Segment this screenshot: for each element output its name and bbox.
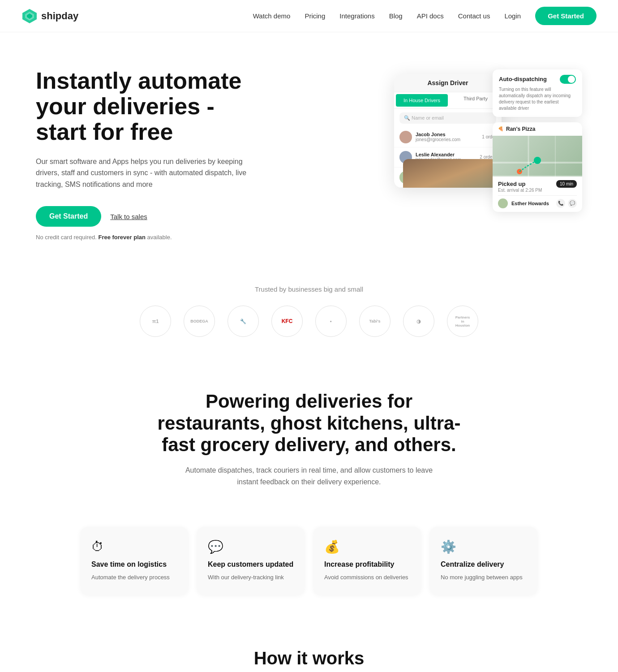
driver-search[interactable]: 🔍 Name or email <box>399 112 496 124</box>
logos-row: π1 BODEGA 🔧 KFC ▪️ Tabi's ◑ PartnersinHo… <box>18 306 600 337</box>
logo-1: BODEGA <box>184 306 215 337</box>
driver-email-0: jones@rgroceries.com <box>416 137 478 142</box>
logo[interactable]: shipday <box>21 8 78 24</box>
powering-subtitle: Automate dispatches, track couriers in r… <box>184 465 434 487</box>
tab-in-house[interactable]: In House Drivers <box>396 94 448 107</box>
svg-point-7 <box>534 157 541 164</box>
driver-row-0: Jacob Jones jones@rgroceries.com 1 order <box>394 127 502 147</box>
hero-content: Instantly automate your deliveries - sta… <box>36 68 260 241</box>
hero-talk-to-sales-button[interactable]: Talk to sales <box>110 213 147 220</box>
driver-photo <box>403 159 497 188</box>
map-place: Ran's Pizza <box>506 126 536 132</box>
feature-cards: ⏱ Save time on logistics Automate the de… <box>63 527 555 621</box>
hero-buttons: Get Started Talk to sales <box>36 206 260 227</box>
driver-name-1: Leslie Alexander <box>416 152 476 157</box>
nav-get-started-button[interactable]: Get Started <box>535 7 597 25</box>
nav-watch-demo[interactable]: Watch demo <box>253 12 291 20</box>
logo-0: π1 <box>140 306 171 337</box>
logo-2: 🔧 <box>227 306 259 337</box>
logo-5: Tabi's <box>359 306 391 337</box>
hero-note: No credit card required. Free forever pl… <box>36 234 260 241</box>
pickup-badge: 10 min <box>556 180 577 188</box>
powering-section: Powering deliveries for restaurants, gho… <box>0 364 618 527</box>
feature-title-3: Centralize delivery <box>441 560 527 569</box>
pickup-sub: Est. arrival at 2:26 PM <box>498 188 577 193</box>
feature-desc-2: Avoid commissions on deliveries <box>324 573 410 582</box>
nav-integrations[interactable]: Integrations <box>339 12 374 20</box>
feature-card-0: ⏱ Save time on logistics Automate the de… <box>81 527 188 594</box>
assign-driver-card: Assign Driver In House Drivers Third Par… <box>394 74 502 188</box>
call-icon[interactable]: 📞 <box>556 199 565 208</box>
feature-desc-3: No more juggling between apps <box>441 573 527 582</box>
autodispatch-toggle[interactable] <box>560 75 576 84</box>
feature-card-2: 💰 Increase profitability Avoid commissio… <box>313 527 421 594</box>
right-panel: Auto-dispatching Turning on this feature… <box>493 69 582 212</box>
logo-3: KFC <box>271 306 303 337</box>
map-driver-row: Esther Howards 📞 💬 <box>498 195 577 208</box>
map-pickup: Picked up 10 min Est. arrival at 2:26 PM… <box>493 177 582 212</box>
logo-6: ◑ <box>403 306 434 337</box>
feature-desc-1: With our delivery-tracking link <box>208 573 294 582</box>
powering-title: Powering deliveries for restaurants, gho… <box>152 391 466 456</box>
feature-title-1: Keep customers updated <box>208 560 294 569</box>
nav-pricing[interactable]: Pricing <box>305 12 325 20</box>
driver-avatar-0 <box>399 131 412 143</box>
feature-desc-0: Automate the delivery process <box>91 573 177 582</box>
pickup-label: Picked up <box>498 181 525 187</box>
how-title: How it works <box>36 648 582 668</box>
autodispatch-desc: Turning on this feature will automatical… <box>499 86 576 112</box>
feature-icon-1: 💬 <box>208 539 294 554</box>
hero-visual: Assign Driver In House Drivers Third Par… <box>394 69 582 240</box>
feature-icon-0: ⏱ <box>91 539 177 554</box>
logo-4: ▪️ <box>315 306 347 337</box>
assign-driver-tabs: In House Drivers Third Party <box>394 92 502 109</box>
autodispatch-panel: Auto-dispatching Turning on this feature… <box>493 69 582 117</box>
logo-text: shipday <box>41 10 78 22</box>
message-icon[interactable]: 💬 <box>568 199 577 208</box>
hero-title: Instantly automate your deliveries - sta… <box>36 68 260 145</box>
driver-name-0: Jacob Jones <box>416 132 478 137</box>
feature-card-1: 💬 Keep customers updated With our delive… <box>197 527 305 594</box>
feature-title-2: Increase profitability <box>324 560 410 569</box>
hero-section: Instantly automate your deliveries - sta… <box>0 32 618 267</box>
feature-card-3: ⚙️ Centralize delivery No more juggling … <box>430 527 537 594</box>
feature-icon-2: 💰 <box>324 539 410 554</box>
how-it-works-section: How it works <box>0 621 618 672</box>
feature-title-0: Save time on logistics <box>91 560 177 569</box>
trusted-section: Trusted by businesses big and small π1 B… <box>0 267 618 364</box>
hero-subtitle: Our smart software and Apps helps you ru… <box>36 156 260 190</box>
nav-links: Watch demo Pricing Integrations Blog API… <box>253 7 597 25</box>
autodispatch-label: Auto-dispatching <box>499 76 547 82</box>
logo-icon <box>21 8 38 24</box>
map-panel: 🍕 Ran's Pizza <box>493 122 582 212</box>
logo-7: PartnersinHouston <box>447 306 478 337</box>
feature-icon-3: ⚙️ <box>441 539 527 554</box>
hero-get-started-button[interactable]: Get Started <box>36 206 101 227</box>
trusted-label: Trusted by businesses big and small <box>18 285 600 293</box>
assign-driver-title: Assign Driver <box>394 74 502 92</box>
nav-blog[interactable]: Blog <box>389 12 403 20</box>
nav-login[interactable]: Login <box>504 12 521 20</box>
map-driver-name: Esther Howards <box>511 201 549 206</box>
navbar: shipday Watch demo Pricing Integrations … <box>0 0 618 32</box>
pizza-logo: 🍕 <box>498 126 503 131</box>
nav-api-docs[interactable]: API docs <box>417 12 444 20</box>
map-driver-avatar <box>498 198 508 208</box>
nav-contact-us[interactable]: Contact us <box>458 12 490 20</box>
